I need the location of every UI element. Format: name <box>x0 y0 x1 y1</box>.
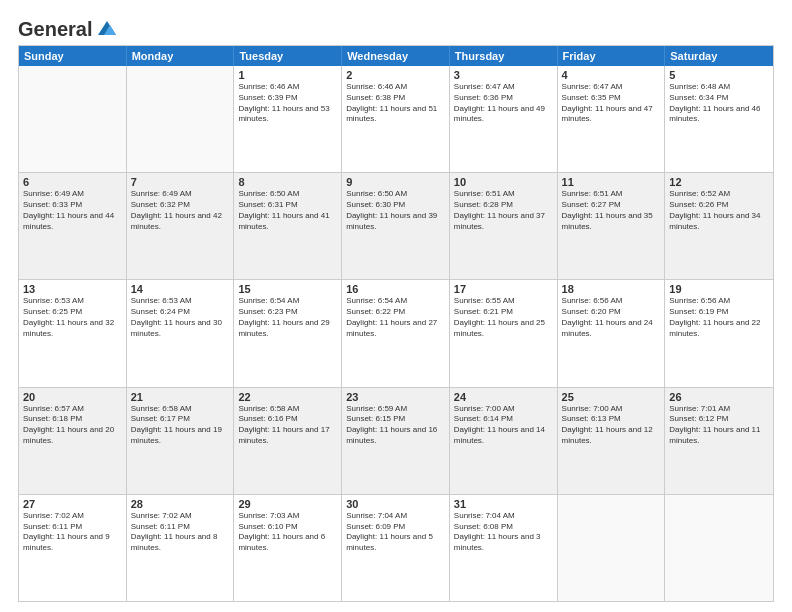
daylight-text: Daylight: 11 hours and 39 minutes. <box>346 211 445 233</box>
sunset-text: Sunset: 6:18 PM <box>23 414 122 425</box>
day-cell-12: 12Sunrise: 6:52 AMSunset: 6:26 PMDayligh… <box>665 173 773 279</box>
sunset-text: Sunset: 6:22 PM <box>346 307 445 318</box>
daylight-text: Daylight: 11 hours and 49 minutes. <box>454 104 553 126</box>
sunrise-text: Sunrise: 7:04 AM <box>346 511 445 522</box>
day-cell-6: 6Sunrise: 6:49 AMSunset: 6:33 PMDaylight… <box>19 173 127 279</box>
daylight-text: Daylight: 11 hours and 35 minutes. <box>562 211 661 233</box>
day-header-tuesday: Tuesday <box>234 46 342 66</box>
sunrise-text: Sunrise: 6:50 AM <box>238 189 337 200</box>
day-number: 8 <box>238 176 337 188</box>
day-cell-24: 24Sunrise: 7:00 AMSunset: 6:14 PMDayligh… <box>450 388 558 494</box>
day-cell-15: 15Sunrise: 6:54 AMSunset: 6:23 PMDayligh… <box>234 280 342 386</box>
day-cell-11: 11Sunrise: 6:51 AMSunset: 6:27 PMDayligh… <box>558 173 666 279</box>
empty-cell <box>19 66 127 172</box>
daylight-text: Daylight: 11 hours and 11 minutes. <box>669 425 769 447</box>
day-cell-9: 9Sunrise: 6:50 AMSunset: 6:30 PMDaylight… <box>342 173 450 279</box>
day-number: 25 <box>562 391 661 403</box>
sunrise-text: Sunrise: 6:46 AM <box>346 82 445 93</box>
day-cell-7: 7Sunrise: 6:49 AMSunset: 6:32 PMDaylight… <box>127 173 235 279</box>
sunset-text: Sunset: 6:25 PM <box>23 307 122 318</box>
day-number: 28 <box>131 498 230 510</box>
day-cell-23: 23Sunrise: 6:59 AMSunset: 6:15 PMDayligh… <box>342 388 450 494</box>
sunrise-text: Sunrise: 6:56 AM <box>669 296 769 307</box>
sunrise-text: Sunrise: 6:53 AM <box>131 296 230 307</box>
day-number: 21 <box>131 391 230 403</box>
day-number: 20 <box>23 391 122 403</box>
sunrise-text: Sunrise: 6:49 AM <box>23 189 122 200</box>
day-number: 15 <box>238 283 337 295</box>
day-header-wednesday: Wednesday <box>342 46 450 66</box>
sunset-text: Sunset: 6:20 PM <box>562 307 661 318</box>
day-number: 19 <box>669 283 769 295</box>
day-cell-31: 31Sunrise: 7:04 AMSunset: 6:08 PMDayligh… <box>450 495 558 601</box>
day-number: 31 <box>454 498 553 510</box>
day-cell-4: 4Sunrise: 6:47 AMSunset: 6:35 PMDaylight… <box>558 66 666 172</box>
day-cell-28: 28Sunrise: 7:02 AMSunset: 6:11 PMDayligh… <box>127 495 235 601</box>
daylight-text: Daylight: 11 hours and 8 minutes. <box>131 532 230 554</box>
sunrise-text: Sunrise: 6:49 AM <box>131 189 230 200</box>
daylight-text: Daylight: 11 hours and 14 minutes. <box>454 425 553 447</box>
empty-cell <box>127 66 235 172</box>
day-cell-27: 27Sunrise: 7:02 AMSunset: 6:11 PMDayligh… <box>19 495 127 601</box>
day-number: 7 <box>131 176 230 188</box>
day-cell-10: 10Sunrise: 6:51 AMSunset: 6:28 PMDayligh… <box>450 173 558 279</box>
day-number: 13 <box>23 283 122 295</box>
day-cell-8: 8Sunrise: 6:50 AMSunset: 6:31 PMDaylight… <box>234 173 342 279</box>
day-number: 14 <box>131 283 230 295</box>
calendar-week-2: 6Sunrise: 6:49 AMSunset: 6:33 PMDaylight… <box>19 173 773 280</box>
sunrise-text: Sunrise: 6:56 AM <box>562 296 661 307</box>
sunset-text: Sunset: 6:23 PM <box>238 307 337 318</box>
day-cell-25: 25Sunrise: 7:00 AMSunset: 6:13 PMDayligh… <box>558 388 666 494</box>
daylight-text: Daylight: 11 hours and 20 minutes. <box>23 425 122 447</box>
daylight-text: Daylight: 11 hours and 17 minutes. <box>238 425 337 447</box>
day-cell-16: 16Sunrise: 6:54 AMSunset: 6:22 PMDayligh… <box>342 280 450 386</box>
calendar-body: 1Sunrise: 6:46 AMSunset: 6:39 PMDaylight… <box>19 66 773 601</box>
daylight-text: Daylight: 11 hours and 47 minutes. <box>562 104 661 126</box>
day-cell-21: 21Sunrise: 6:58 AMSunset: 6:17 PMDayligh… <box>127 388 235 494</box>
daylight-text: Daylight: 11 hours and 41 minutes. <box>238 211 337 233</box>
daylight-text: Daylight: 11 hours and 24 minutes. <box>562 318 661 340</box>
day-number: 26 <box>669 391 769 403</box>
empty-cell <box>558 495 666 601</box>
sunrise-text: Sunrise: 6:51 AM <box>562 189 661 200</box>
sunset-text: Sunset: 6:24 PM <box>131 307 230 318</box>
day-number: 11 <box>562 176 661 188</box>
day-header-saturday: Saturday <box>665 46 773 66</box>
day-header-thursday: Thursday <box>450 46 558 66</box>
sunrise-text: Sunrise: 7:00 AM <box>454 404 553 415</box>
sunset-text: Sunset: 6:26 PM <box>669 200 769 211</box>
day-number: 10 <box>454 176 553 188</box>
day-number: 12 <box>669 176 769 188</box>
sunrise-text: Sunrise: 7:02 AM <box>131 511 230 522</box>
sunrise-text: Sunrise: 6:57 AM <box>23 404 122 415</box>
day-header-friday: Friday <box>558 46 666 66</box>
sunset-text: Sunset: 6:36 PM <box>454 93 553 104</box>
daylight-text: Daylight: 11 hours and 29 minutes. <box>238 318 337 340</box>
day-cell-13: 13Sunrise: 6:53 AMSunset: 6:25 PMDayligh… <box>19 280 127 386</box>
calendar-week-5: 27Sunrise: 7:02 AMSunset: 6:11 PMDayligh… <box>19 495 773 601</box>
sunrise-text: Sunrise: 7:03 AM <box>238 511 337 522</box>
sunset-text: Sunset: 6:34 PM <box>669 93 769 104</box>
day-number: 16 <box>346 283 445 295</box>
sunrise-text: Sunrise: 6:58 AM <box>131 404 230 415</box>
sunset-text: Sunset: 6:15 PM <box>346 414 445 425</box>
sunset-text: Sunset: 6:16 PM <box>238 414 337 425</box>
day-number: 9 <box>346 176 445 188</box>
calendar-header: SundayMondayTuesdayWednesdayThursdayFrid… <box>19 46 773 66</box>
sunset-text: Sunset: 6:11 PM <box>131 522 230 533</box>
day-cell-17: 17Sunrise: 6:55 AMSunset: 6:21 PMDayligh… <box>450 280 558 386</box>
sunset-text: Sunset: 6:09 PM <box>346 522 445 533</box>
day-cell-19: 19Sunrise: 6:56 AMSunset: 6:19 PMDayligh… <box>665 280 773 386</box>
page: General SundayMondayTuesdayWednesdayThur… <box>0 0 792 612</box>
header: General <box>18 18 774 37</box>
sunrise-text: Sunrise: 6:54 AM <box>346 296 445 307</box>
sunset-text: Sunset: 6:13 PM <box>562 414 661 425</box>
day-cell-29: 29Sunrise: 7:03 AMSunset: 6:10 PMDayligh… <box>234 495 342 601</box>
sunrise-text: Sunrise: 7:02 AM <box>23 511 122 522</box>
logo-text-general: General <box>18 18 92 41</box>
daylight-text: Daylight: 11 hours and 34 minutes. <box>669 211 769 233</box>
sunrise-text: Sunrise: 6:55 AM <box>454 296 553 307</box>
sunrise-text: Sunrise: 6:47 AM <box>454 82 553 93</box>
sunrise-text: Sunrise: 6:59 AM <box>346 404 445 415</box>
day-number: 2 <box>346 69 445 81</box>
